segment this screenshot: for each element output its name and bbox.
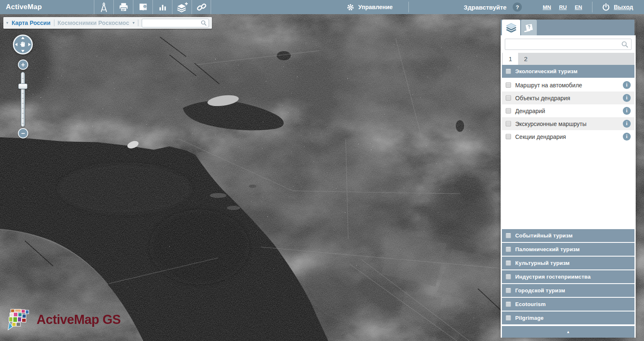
reference-book-icon: i — [138, 2, 148, 12]
bar-chart-icon — [158, 2, 167, 12]
search-icon — [621, 41, 629, 48]
topbar-divider — [408, 2, 409, 12]
group-header-ecological-tourism[interactable]: Экологический туризм — [502, 65, 634, 78]
statistics-tool-button[interactable] — [152, 0, 172, 14]
caret-down-icon[interactable]: ▾ — [133, 21, 135, 25]
logout-button[interactable]: Выход — [602, 3, 633, 12]
language-switcher: MN RU EN — [543, 4, 582, 10]
layer-checkbox[interactable] — [506, 134, 511, 139]
help-button[interactable]: ? — [513, 2, 522, 12]
reference-tool-button[interactable]: i — [133, 0, 152, 14]
page-tab-2[interactable]: 2 — [518, 53, 533, 65]
pan-control[interactable] — [13, 35, 33, 54]
layer-checkbox[interactable] — [506, 82, 511, 88]
group-checkbox[interactable] — [506, 301, 511, 307]
layers-search-input[interactable] — [505, 39, 632, 50]
layer-info-icon[interactable]: i — [623, 120, 631, 128]
zoom-slider-handle[interactable] — [18, 84, 27, 89]
layer-row[interactable]: Объекты дендрария i — [502, 91, 634, 104]
selector-divider — [138, 20, 138, 26]
panel-tabstrip: ? — [501, 20, 634, 35]
legend-help-icon: ? — [524, 23, 535, 32]
lang-link-en[interactable]: EN — [575, 4, 582, 10]
layer-checkbox[interactable] — [506, 95, 511, 101]
pan-left-icon[interactable] — [15, 43, 17, 46]
watermark: ActiveMap GS — [7, 308, 120, 332]
printer-icon — [118, 2, 129, 12]
management-button[interactable]: Управление — [347, 3, 393, 11]
layer-info-icon[interactable]: i — [623, 81, 631, 89]
toolbar: i — [94, 0, 211, 14]
group-header-ecotourism-en[interactable]: Ecotourism — [502, 298, 634, 311]
app-logo: ActiveMap — [6, 3, 94, 11]
caret-down-icon[interactable]: ▾ — [6, 21, 8, 25]
chain-link-icon — [196, 2, 207, 12]
group-header-pilgrimage-tourism[interactable]: Паломнический туризм — [502, 243, 634, 256]
group-header-hospitality-industry[interactable]: Индустрия гостеприимства — [502, 270, 634, 283]
plus-icon: + — [21, 62, 25, 68]
add-layers-tool-button[interactable] — [172, 0, 192, 14]
panel-body: 1 2 Экологический туризм Маршрут на авто… — [501, 35, 636, 338]
group-checkbox[interactable] — [506, 247, 511, 252]
map-search-box — [142, 19, 209, 27]
link-tool-button[interactable] — [192, 0, 211, 14]
collapse-up-icon: ▲ — [566, 330, 570, 334]
map-selector-bar: ▾ Карта России Космоснимки Роскосмос ▾ — [3, 17, 212, 29]
layer-row[interactable]: Экскурсионные маршруты i — [502, 117, 634, 130]
pan-up-icon[interactable] — [21, 37, 25, 39]
map-search-input[interactable] — [142, 19, 209, 27]
layer-row[interactable]: Секции дендрария i — [502, 130, 634, 143]
group-header-cultural-tourism[interactable]: Культурный туризм — [502, 257, 634, 269]
group-checkbox[interactable] — [506, 233, 511, 238]
print-tool-button[interactable] — [113, 0, 133, 14]
minus-icon: − — [21, 130, 25, 137]
base-map-selector[interactable]: Карта России — [12, 20, 51, 26]
group-checkbox[interactable] — [506, 69, 511, 74]
topbar-right: Управление Здравствуйте ? MN RU EN Выход — [347, 0, 644, 14]
layers-panel: ? 1 2 Экологический туризм Маршрут на ав… — [501, 20, 636, 338]
compass-icon — [98, 2, 109, 13]
tab-legend[interactable]: ? — [521, 20, 537, 35]
watermark-brand: ActiveMap GS — [37, 312, 120, 327]
topbar-divider — [592, 2, 592, 12]
layer-checkbox[interactable] — [506, 121, 511, 126]
layer-info-icon[interactable]: i — [623, 94, 631, 102]
greeting-text: Здравствуйте — [464, 4, 506, 11]
page-tab-1[interactable]: 1 — [503, 53, 518, 65]
lang-link-mn[interactable]: MN — [543, 4, 551, 10]
layer-row[interactable]: Дендрарий i — [502, 104, 634, 117]
selector-divider — [54, 20, 54, 26]
topbar: ActiveMap i Управление — [0, 0, 644, 14]
pan-down-icon[interactable] — [21, 50, 25, 52]
power-icon — [602, 3, 610, 12]
layer-source-selector[interactable]: Космоснимки Роскосмос — [58, 20, 129, 26]
layer-checkbox[interactable] — [506, 108, 511, 114]
group-checkbox[interactable] — [506, 288, 511, 293]
group-header-city-tourism[interactable]: Городской туризм — [502, 284, 634, 297]
hand-icon — [20, 41, 27, 48]
search-icon — [201, 20, 207, 26]
group-checkbox[interactable] — [506, 315, 511, 321]
measure-tool-button[interactable] — [94, 0, 113, 14]
group-checkbox[interactable] — [506, 260, 511, 266]
group-header-pilgrimage-en[interactable]: Pilgrimage — [502, 311, 634, 324]
zoom-out-button[interactable]: − — [18, 128, 28, 138]
panel-search — [502, 35, 634, 53]
panel-page-tabs: 1 2 — [502, 53, 634, 65]
pan-right-icon[interactable] — [28, 43, 31, 46]
app-window: ActiveMap i Управление — [0, 0, 644, 341]
layer-groups-list: Экологический туризм Маршрут на автомоби… — [502, 65, 634, 325]
tab-layers[interactable] — [502, 20, 520, 35]
layers-icon — [506, 23, 517, 32]
panel-collapse-button[interactable]: ▲ — [502, 326, 634, 338]
layers-plus-icon — [176, 2, 188, 13]
layer-info-icon[interactable]: i — [623, 107, 631, 115]
layer-row[interactable]: Маршрут на автомобиле i — [502, 79, 634, 91]
gear-icon — [347, 3, 354, 11]
zoom-in-button[interactable]: + — [18, 59, 28, 70]
group-header-event-tourism[interactable]: Событийный туризм — [502, 229, 634, 242]
layer-info-icon[interactable]: i — [623, 133, 631, 141]
group-checkbox[interactable] — [506, 274, 511, 279]
lang-link-ru[interactable]: RU — [559, 4, 567, 10]
zoom-slider[interactable] — [21, 72, 25, 127]
